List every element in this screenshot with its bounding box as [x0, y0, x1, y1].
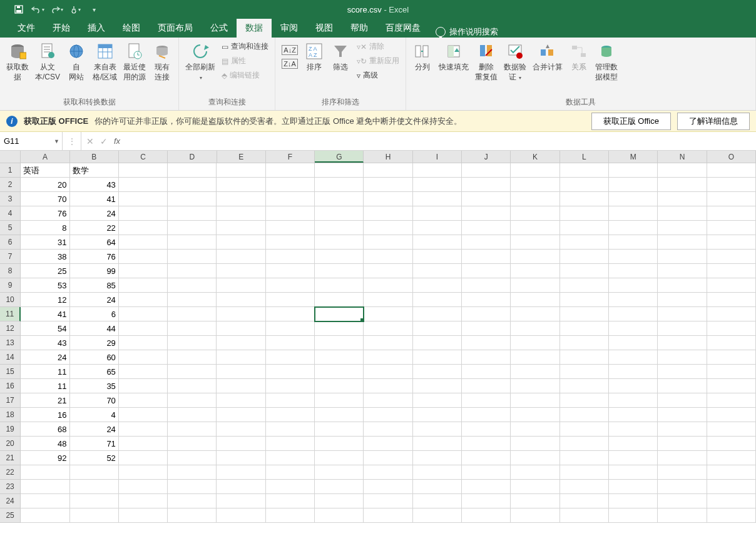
cell[interactable] [511, 350, 559, 365]
cell[interactable] [364, 321, 412, 336]
cell[interactable] [364, 278, 412, 293]
cell[interactable] [315, 192, 364, 206]
cell[interactable] [658, 480, 707, 494]
cell[interactable] [119, 293, 168, 307]
cell[interactable] [658, 264, 707, 278]
cell[interactable] [511, 480, 559, 494]
cell[interactable] [609, 393, 658, 408]
cell[interactable]: 52 [70, 451, 119, 465]
cell[interactable] [707, 508, 756, 523]
cell[interactable] [217, 235, 265, 250]
cell[interactable] [119, 480, 168, 494]
cell[interactable] [707, 293, 756, 307]
tab-insert[interactable]: 插入 [79, 19, 114, 38]
row-header[interactable]: 20 [0, 437, 21, 451]
tab-home[interactable]: 开始 [44, 19, 79, 38]
cell[interactable] [413, 250, 462, 264]
cell[interactable] [315, 494, 364, 508]
cell[interactable] [658, 336, 707, 350]
cell[interactable] [462, 422, 511, 437]
cell[interactable] [413, 451, 462, 465]
cell[interactable] [266, 437, 315, 451]
cell[interactable] [119, 465, 168, 480]
cell[interactable] [413, 163, 462, 178]
cell[interactable]: 11 [21, 365, 69, 379]
cell[interactable] [119, 221, 168, 235]
cell[interactable] [609, 293, 658, 307]
row-header[interactable]: 12 [0, 321, 21, 336]
cell[interactable] [217, 163, 265, 178]
text-to-columns-button[interactable]: 分列 [410, 40, 435, 74]
cell[interactable] [609, 408, 658, 422]
cell[interactable] [364, 408, 412, 422]
cell[interactable] [560, 494, 609, 508]
cell[interactable] [119, 163, 168, 178]
cell[interactable] [462, 350, 511, 365]
cell[interactable] [462, 379, 511, 393]
cell[interactable] [168, 221, 217, 235]
row-header[interactable]: 7 [0, 250, 21, 264]
cell[interactable] [560, 480, 609, 494]
cell[interactable] [707, 163, 756, 178]
clear-filter-button[interactable]: ▿✕清除 [354, 40, 402, 53]
cell[interactable] [609, 365, 658, 379]
cell[interactable] [266, 278, 315, 293]
cell[interactable]: 12 [21, 293, 69, 307]
cell[interactable] [364, 178, 412, 192]
cell[interactable]: 92 [21, 451, 69, 465]
cell[interactable]: 29 [70, 336, 119, 350]
column-header-H[interactable]: H [364, 151, 412, 163]
data-validation-button[interactable]: 数据验 证 ▾ [501, 40, 529, 83]
cell[interactable] [658, 250, 707, 264]
column-header-O[interactable]: O [707, 151, 756, 163]
column-header-M[interactable]: M [609, 151, 658, 163]
tab-view[interactable]: 视图 [307, 19, 342, 38]
cell[interactable] [413, 365, 462, 379]
cell[interactable] [413, 235, 462, 250]
cell[interactable] [462, 480, 511, 494]
cell[interactable] [70, 480, 119, 494]
cell[interactable] [364, 393, 412, 408]
cell[interactable] [658, 508, 707, 523]
tab-file[interactable]: 文件 [9, 19, 44, 38]
cell[interactable] [315, 437, 364, 451]
cell[interactable]: 41 [21, 307, 69, 321]
cell[interactable] [364, 451, 412, 465]
cell[interactable] [511, 264, 559, 278]
get-genuine-office-button[interactable]: 获取正版 Office [591, 113, 671, 130]
cell[interactable] [266, 336, 315, 350]
cell[interactable] [217, 508, 265, 523]
cell[interactable] [315, 163, 364, 178]
row-header[interactable]: 17 [0, 393, 21, 408]
row-header[interactable]: 15 [0, 365, 21, 379]
cell[interactable] [119, 365, 168, 379]
cell[interactable]: 24 [70, 422, 119, 437]
cell[interactable] [511, 336, 559, 350]
cell[interactable] [707, 465, 756, 480]
cell[interactable] [21, 494, 69, 508]
cell[interactable] [658, 494, 707, 508]
cell[interactable] [266, 494, 315, 508]
cell[interactable] [609, 480, 658, 494]
cell[interactable] [707, 178, 756, 192]
cell[interactable] [560, 278, 609, 293]
cell[interactable] [413, 293, 462, 307]
cell[interactable] [560, 451, 609, 465]
cell[interactable]: 43 [21, 336, 69, 350]
row-header[interactable]: 11 [0, 307, 21, 321]
cell[interactable] [119, 307, 168, 321]
cell[interactable] [707, 393, 756, 408]
cell[interactable] [413, 465, 462, 480]
cell[interactable] [364, 221, 412, 235]
from-text-csv-button[interactable]: 从文 本/CSV [33, 40, 63, 83]
cell[interactable] [707, 494, 756, 508]
redo-icon[interactable]: ▾ [49, 2, 64, 17]
cell[interactable] [315, 408, 364, 422]
cell[interactable] [168, 480, 217, 494]
column-header-D[interactable]: D [168, 151, 217, 163]
cell[interactable] [658, 365, 707, 379]
cell[interactable] [707, 307, 756, 321]
cell[interactable] [658, 350, 707, 365]
edit-links-button[interactable]: ⬘编辑链接 [219, 69, 271, 82]
cell[interactable] [609, 451, 658, 465]
